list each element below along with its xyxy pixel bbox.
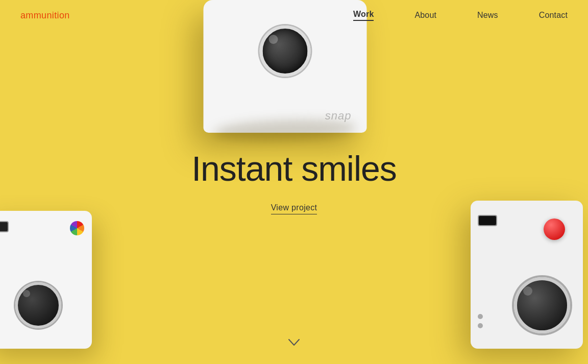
camera-top-shadow (213, 117, 357, 143)
dot-2 (478, 323, 483, 328)
camera-right-lens (514, 277, 570, 333)
nav-links: Work About News Contact (353, 10, 568, 21)
hero-content: Instant smiles View project (191, 150, 397, 214)
view-project-link[interactable]: View project (271, 203, 317, 214)
camera-right-viewfinder (478, 215, 497, 226)
nav-link-work[interactable]: Work (353, 10, 374, 21)
main-nav: ammunition Work About News Contact (0, 0, 588, 31)
camera-left: a (0, 211, 107, 364)
nav-link-contact[interactable]: Contact (539, 11, 568, 20)
camera-left-color-dot (70, 221, 84, 235)
camera-right-red-button (544, 219, 565, 240)
camera-right-body (471, 201, 583, 349)
dot-1 (478, 314, 483, 319)
camera-left-lens (15, 282, 61, 328)
nav-link-news[interactable]: News (477, 11, 498, 20)
camera-left-viewfinder (0, 221, 9, 232)
logo[interactable]: ammunition (20, 10, 70, 21)
camera-right (471, 201, 588, 364)
hero-title: Instant smiles (191, 150, 397, 188)
camera-right-dots (478, 314, 483, 328)
scroll-down-indicator[interactable] (288, 336, 300, 350)
camera-left-body: a (0, 211, 92, 349)
camera-top-lens (260, 26, 311, 77)
nav-link-about[interactable]: About (414, 11, 436, 20)
hero-section: snap a (0, 0, 588, 364)
